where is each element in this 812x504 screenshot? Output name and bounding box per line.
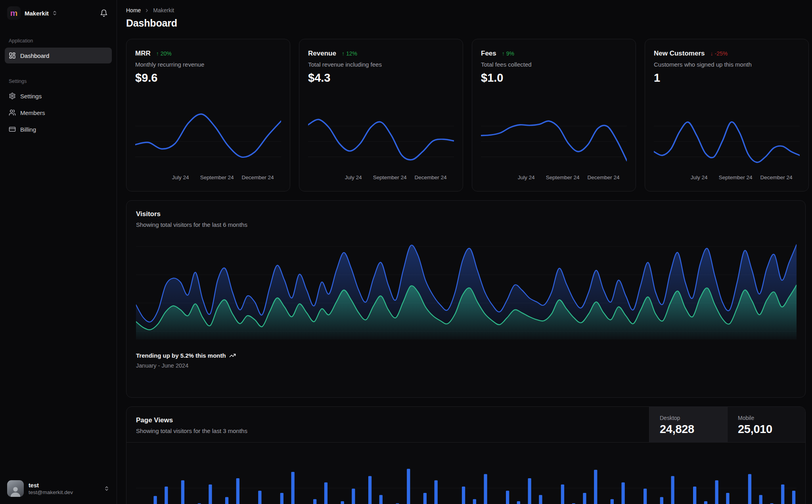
chevron-right-icon <box>144 8 149 13</box>
tab-mobile[interactable]: Mobile 25,010 <box>727 407 805 442</box>
user-avatar <box>7 480 24 497</box>
sidebar-item-dashboard[interactable]: Dashboard <box>5 48 112 63</box>
new-customers-sparkline-chart <box>654 108 800 170</box>
visitors-title: Visitors <box>136 210 796 218</box>
x-tick: July 24 <box>691 174 708 180</box>
x-tick: September 24 <box>546 174 580 180</box>
visitors-area-chart <box>136 238 797 339</box>
sidebar-item-label: Billing <box>20 126 36 133</box>
mrr-sparkline-chart <box>135 108 281 170</box>
trend-badge: ↑ 12% <box>342 50 357 57</box>
trend-up-arrow-icon: ↑ <box>156 50 159 57</box>
stat-title: Fees <box>481 50 496 57</box>
stat-card-fees: Fees ↑ 9% Total fees collected $1.0 July… <box>472 39 636 192</box>
page-views-card: Page Views Showing total visitors for th… <box>126 406 806 504</box>
x-tick: September 24 <box>373 174 407 180</box>
x-axis-labels: July 24 September 24 December 24 <box>308 174 454 182</box>
sidebar-item-settings[interactable]: Settings <box>5 88 112 104</box>
page-views-bar-chart <box>136 443 797 504</box>
breadcrumb-current: Makerkit <box>153 7 174 13</box>
x-axis-labels: July 24 September 24 December 24 <box>654 174 800 182</box>
visitors-date-range: January - June 2024 <box>136 362 796 369</box>
x-tick: July 24 <box>172 174 189 180</box>
trend-badge: ↓ -25% <box>710 50 728 57</box>
stat-card-new-customers: New Customers ↓ -25% Customers who signe… <box>645 39 809 192</box>
trend-value: 9% <box>506 50 514 57</box>
breadcrumb-home-link[interactable]: Home <box>126 7 141 13</box>
chevrons-up-down-icon <box>104 486 109 491</box>
stat-cards-row: MRR ↑ 20% Monthly recurring revenue $9.6… <box>126 39 806 192</box>
x-tick: September 24 <box>719 174 753 180</box>
stat-card-mrr: MRR ↑ 20% Monthly recurring revenue $9.6… <box>126 39 290 192</box>
trend-badge: ↑ 9% <box>502 50 514 57</box>
x-tick: December 24 <box>760 174 793 180</box>
page-title: Dashboard <box>126 17 806 29</box>
sidebar-item-billing[interactable]: Billing <box>5 121 112 137</box>
trend-value: 20% <box>161 50 172 57</box>
trending-up-icon <box>229 352 236 359</box>
x-tick: December 24 <box>415 174 447 180</box>
x-tick: July 24 <box>345 174 362 180</box>
x-axis-labels: July 24 September 24 December 24 <box>481 174 627 182</box>
trend-up-arrow-icon: ↑ <box>502 50 505 57</box>
fees-sparkline-chart <box>481 108 627 170</box>
trend-badge: ↑ 20% <box>156 50 172 57</box>
stat-title: New Customers <box>654 50 705 57</box>
sidebar-item-label: Settings <box>20 93 42 100</box>
page-views-toggle: Desktop 24,828 Mobile 25,010 <box>649 407 805 442</box>
user-menu[interactable]: test test@makerkit.dev <box>5 479 112 498</box>
stat-title: Revenue <box>308 50 336 57</box>
section-label-settings: Settings <box>9 79 112 84</box>
stat-subtitle: Total fees collected <box>481 61 627 68</box>
notifications-bell-icon[interactable] <box>98 8 109 19</box>
stat-subtitle: Total revenue including fees <box>308 61 454 68</box>
tab-desktop[interactable]: Desktop 24,828 <box>649 407 727 442</box>
trend-down-arrow-icon: ↓ <box>710 50 713 57</box>
settings-gear-icon <box>9 92 16 100</box>
sidebar-item-members[interactable]: Members <box>5 105 112 121</box>
stat-value: $1.0 <box>481 71 627 84</box>
x-tick: September 24 <box>200 174 234 180</box>
stat-value: $9.6 <box>135 71 281 84</box>
desktop-total: 24,828 <box>660 423 717 436</box>
dashboard-page: { "sidebar": { "workspace": "Makerkit", … <box>0 0 812 504</box>
user-name: test <box>29 482 73 489</box>
trend-value: -25% <box>714 50 728 57</box>
section-label-application: Application <box>9 38 112 44</box>
breadcrumb: Home Makerkit <box>126 7 806 13</box>
sidebar: m Makerkit Application Dashboard Setting… <box>0 0 117 504</box>
visitors-trend-text: Trending up by 5.2% this month <box>136 352 226 359</box>
user-email: test@makerkit.dev <box>29 489 73 495</box>
revenue-sparkline-chart <box>308 108 454 170</box>
workspace-name: Makerkit <box>25 10 49 17</box>
page-views-title: Page Views <box>136 416 640 424</box>
visitors-card: Visitors Showing total visitors for the … <box>126 200 806 398</box>
billing-credit-card-icon <box>9 126 16 133</box>
workspace-switcher[interactable]: m Makerkit <box>5 6 112 21</box>
dashboard-icon <box>9 52 16 59</box>
chevrons-up-down-icon <box>52 10 57 16</box>
x-tick: December 24 <box>588 174 620 180</box>
visitors-subtitle: Showing total visitors for the last 6 mo… <box>136 221 796 228</box>
x-tick: December 24 <box>242 174 274 180</box>
page-views-subtitle: Showing total visitors for the last 3 mo… <box>136 427 640 434</box>
sidebar-item-label: Members <box>20 109 45 116</box>
stat-subtitle: Monthly recurring revenue <box>135 61 281 68</box>
tab-label: Desktop <box>660 415 717 421</box>
main-content: Home Makerkit Dashboard MRR ↑ 20% Monthl… <box>117 0 812 504</box>
stat-subtitle: Customers who signed up this month <box>654 61 800 68</box>
sidebar-item-label: Dashboard <box>20 52 49 59</box>
stat-card-revenue: Revenue ↑ 12% Total revenue including fe… <box>299 39 463 192</box>
tab-label: Mobile <box>738 415 795 421</box>
mobile-total: 25,010 <box>738 423 795 436</box>
x-tick: July 24 <box>518 174 535 180</box>
stat-value: 1 <box>654 71 800 84</box>
makerkit-logo: m <box>7 6 21 20</box>
trend-value: 12% <box>346 50 357 57</box>
stat-title: MRR <box>135 50 151 57</box>
trend-up-arrow-icon: ↑ <box>342 50 345 57</box>
stat-value: $4.3 <box>308 71 454 84</box>
members-users-icon <box>9 109 16 116</box>
x-axis-labels: July 24 September 24 December 24 <box>135 174 281 182</box>
